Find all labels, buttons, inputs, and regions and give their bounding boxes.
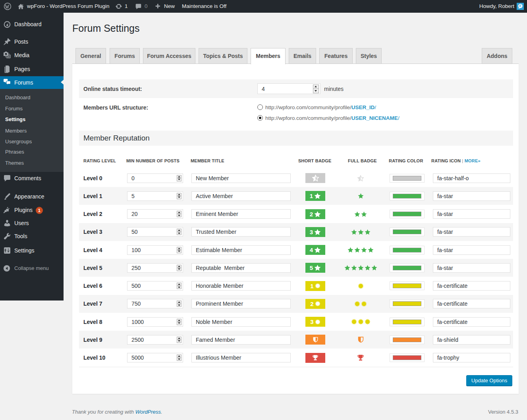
svg-text:F: F	[519, 4, 521, 8]
